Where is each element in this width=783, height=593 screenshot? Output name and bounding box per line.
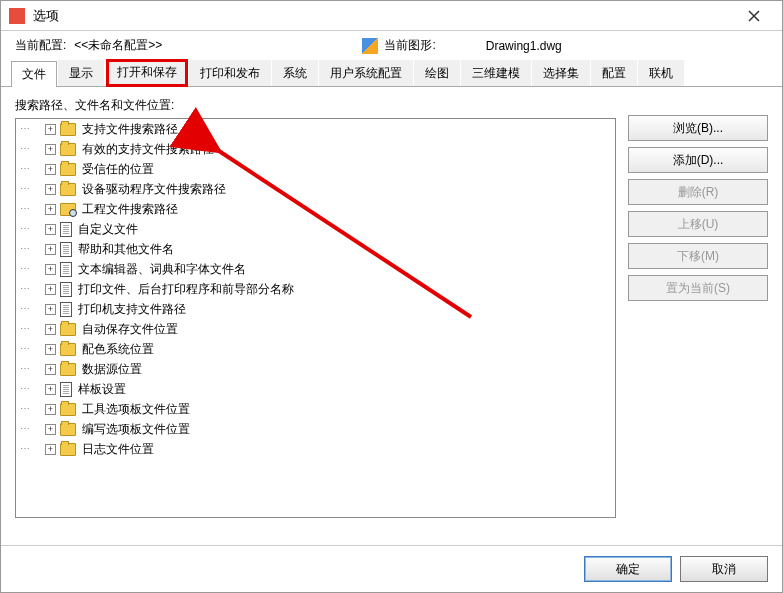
tree-item-label: 数据源位置 <box>82 360 142 378</box>
tree-item[interactable]: ⋯+自定义文件 <box>16 219 615 239</box>
tree-item[interactable]: ⋯+帮助和其他文件名 <box>16 239 615 259</box>
tab-online[interactable]: 联机 <box>638 60 684 86</box>
expand-icon[interactable]: + <box>45 124 56 135</box>
tree-item-label: 日志文件位置 <box>82 440 154 458</box>
tree-item[interactable]: ⋯+自动保存文件位置 <box>16 319 615 339</box>
tree-item-label: 支持文件搜索路径 <box>82 120 178 138</box>
tree-item-label: 自动保存文件位置 <box>82 320 178 338</box>
path-tree[interactable]: ⋯+支持文件搜索路径⋯+有效的支持文件搜索路径⋯+受信任的位置⋯+设备驱动程序文… <box>15 118 616 518</box>
expand-icon[interactable]: + <box>45 444 56 455</box>
expand-icon[interactable]: + <box>45 144 56 155</box>
tree-dots-icon: ⋯ <box>20 200 29 218</box>
expand-icon[interactable]: + <box>45 344 56 355</box>
tree-dots-icon: ⋯ <box>20 220 29 238</box>
tree-dots-icon: ⋯ <box>20 240 29 258</box>
expand-icon[interactable]: + <box>45 164 56 175</box>
expand-icon[interactable]: + <box>45 244 56 255</box>
folder-icon <box>60 403 76 416</box>
doc-icon <box>60 282 72 297</box>
tab-bar: 文件 显示 打开和保存 打印和发布 系统 用户系统配置 绘图 三维建模 选择集 … <box>1 60 782 87</box>
tree-dots-icon: ⋯ <box>20 360 29 378</box>
tree-item-label: 有效的支持文件搜索路径 <box>82 140 214 158</box>
tree-item[interactable]: ⋯+数据源位置 <box>16 359 615 379</box>
current-config-label: 当前配置: <box>15 37 66 54</box>
expand-icon[interactable]: + <box>45 264 56 275</box>
tree-item[interactable]: ⋯+打印机支持文件路径 <box>16 299 615 319</box>
delete-button: 删除(R) <box>628 179 768 205</box>
tree-dots-icon: ⋯ <box>20 280 29 298</box>
tree-item[interactable]: ⋯+打印文件、后台打印程序和前导部分名称 <box>16 279 615 299</box>
folder-icon <box>60 423 76 436</box>
tree-item-label: 自定义文件 <box>78 220 138 238</box>
folder-icon <box>60 443 76 456</box>
tab-print-publish[interactable]: 打印和发布 <box>189 60 271 86</box>
tree-dots-icon: ⋯ <box>20 140 29 158</box>
tree-item[interactable]: ⋯+受信任的位置 <box>16 159 615 179</box>
expand-icon[interactable]: + <box>45 404 56 415</box>
tab-files[interactable]: 文件 <box>11 61 57 87</box>
close-button[interactable] <box>734 1 774 31</box>
dialog-buttons: 确定 取消 <box>1 545 782 592</box>
expand-icon[interactable]: + <box>45 384 56 395</box>
tab-open-save[interactable]: 打开和保存 <box>106 59 188 87</box>
current-config-value: <<未命名配置>> <box>74 37 162 54</box>
moveup-button: 上移(U) <box>628 211 768 237</box>
expand-icon[interactable]: + <box>45 304 56 315</box>
tree-item-label: 打印文件、后台打印程序和前导部分名称 <box>78 280 294 298</box>
content-area: 搜索路径、文件名和文件位置: ⋯+支持文件搜索路径⋯+有效的支持文件搜索路径⋯+… <box>1 87 782 545</box>
tree-item[interactable]: ⋯+样板设置 <box>16 379 615 399</box>
section-label: 搜索路径、文件名和文件位置: <box>15 97 616 114</box>
folder-icon <box>60 123 76 136</box>
tree-item[interactable]: ⋯+有效的支持文件搜索路径 <box>16 139 615 159</box>
tree-item-label: 帮助和其他文件名 <box>78 240 174 258</box>
folder-icon <box>60 143 76 156</box>
tab-selection[interactable]: 选择集 <box>532 60 590 86</box>
tab-system[interactable]: 系统 <box>272 60 318 86</box>
expand-icon[interactable]: + <box>45 284 56 295</box>
expand-icon[interactable]: + <box>45 184 56 195</box>
tab-drafting[interactable]: 绘图 <box>414 60 460 86</box>
doc-icon <box>60 262 72 277</box>
expand-icon[interactable]: + <box>45 204 56 215</box>
tab-display[interactable]: 显示 <box>58 60 104 86</box>
tree-dots-icon: ⋯ <box>20 380 29 398</box>
expand-icon[interactable]: + <box>45 324 56 335</box>
tree-dots-icon: ⋯ <box>20 180 29 198</box>
browse-button[interactable]: 浏览(B)... <box>628 115 768 141</box>
tree-item[interactable]: ⋯+设备驱动程序文件搜索路径 <box>16 179 615 199</box>
tree-item[interactable]: ⋯+日志文件位置 <box>16 439 615 459</box>
tree-item[interactable]: ⋯+支持文件搜索路径 <box>16 119 615 139</box>
expand-icon[interactable]: + <box>45 224 56 235</box>
setcurrent-button: 置为当前(S) <box>628 275 768 301</box>
doc-icon <box>60 222 72 237</box>
tree-dots-icon: ⋯ <box>20 120 29 138</box>
add-button[interactable]: 添加(D)... <box>628 147 768 173</box>
tab-profiles[interactable]: 配置 <box>591 60 637 86</box>
tree-item[interactable]: ⋯+工程文件搜索路径 <box>16 199 615 219</box>
cancel-button[interactable]: 取消 <box>680 556 768 582</box>
window-title: 选项 <box>33 7 734 25</box>
info-row: 当前配置: <<未命名配置>> 当前图形: Drawing1.dwg <box>1 31 782 60</box>
expand-icon[interactable]: + <box>45 364 56 375</box>
tree-item-label: 文本编辑器、词典和字体文件名 <box>78 260 246 278</box>
expand-icon[interactable]: + <box>45 424 56 435</box>
side-button-column: 浏览(B)... 添加(D)... 删除(R) 上移(U) 下移(M) 置为当前… <box>628 97 768 535</box>
folder-icon <box>60 163 76 176</box>
options-dialog: 选项 当前配置: <<未命名配置>> 当前图形: Drawing1.dwg 文件… <box>0 0 783 593</box>
tree-dots-icon: ⋯ <box>20 440 29 458</box>
tree-item-label: 编写选项板文件位置 <box>82 420 190 438</box>
tree-dots-icon: ⋯ <box>20 400 29 418</box>
ok-button[interactable]: 确定 <box>584 556 672 582</box>
tree-item[interactable]: ⋯+配色系统位置 <box>16 339 615 359</box>
tab-user-prefs[interactable]: 用户系统配置 <box>319 60 413 86</box>
drawing-icon <box>362 38 378 54</box>
tree-item-label: 打印机支持文件路径 <box>78 300 186 318</box>
tree-item[interactable]: ⋯+编写选项板文件位置 <box>16 419 615 439</box>
titlebar: 选项 <box>1 1 782 31</box>
tab-3d-modeling[interactable]: 三维建模 <box>461 60 531 86</box>
tree-item[interactable]: ⋯+工具选项板文件位置 <box>16 399 615 419</box>
app-icon <box>9 8 25 24</box>
current-drawing-label: 当前图形: <box>384 37 435 54</box>
tree-item[interactable]: ⋯+文本编辑器、词典和字体文件名 <box>16 259 615 279</box>
tree-dots-icon: ⋯ <box>20 260 29 278</box>
